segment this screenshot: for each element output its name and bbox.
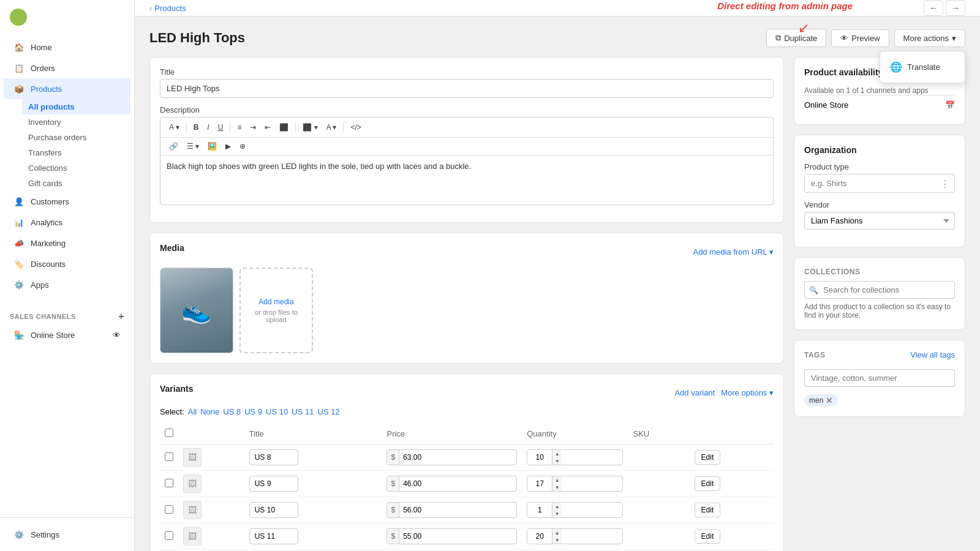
col-price: Price [382,424,522,444]
sidebar-item-settings[interactable]: ⚙️ Settings [4,524,130,545]
rte-outdent-btn[interactable]: ⇤ [261,121,274,133]
tags-input[interactable] [804,369,955,387]
rte-list-btn[interactable]: ☰ ▾ [183,140,203,152]
rte-link-btn[interactable]: 🔗 [165,140,182,152]
collections-search-input[interactable] [804,281,955,299]
select-us8[interactable]: US 8 [223,407,241,416]
breadcrumb-parent[interactable]: Products [154,4,186,13]
sidebar-item-marketing[interactable]: 📣 Marketing [4,233,130,253]
price-input-0[interactable] [399,450,436,465]
sidebar-sub-inventory[interactable]: Inventory [22,114,130,130]
price-input-3[interactable] [399,529,436,544]
sidebar-item-online-store[interactable]: 🏪 Online Store 👁 [4,324,130,345]
qty-input-0[interactable] [527,450,552,465]
select-all[interactable]: All [188,407,197,416]
rte-align-btn[interactable]: ⬛ ▾ [299,121,321,133]
qty-up-1[interactable]: ▲ [552,476,562,484]
rte-font-btn[interactable]: A ▾ [165,121,183,133]
price-input-2[interactable] [399,503,436,517]
sidebar-item-discounts[interactable]: 🏷️ Discounts [4,253,130,274]
variant-image-0[interactable]: 🖼 [183,448,202,467]
variant-image-2[interactable]: 🖼 [183,501,202,519]
qty-down-1[interactable]: ▼ [552,484,562,491]
variant-edit-button-1[interactable]: Edit [695,476,721,491]
rte-image-btn[interactable]: 🖼️ [204,140,221,152]
tag-remove-button[interactable]: ✕ [826,396,833,405]
sidebar-item-products[interactable]: 📦 Products [4,78,130,99]
rte-indent-btn[interactable]: ⇥ [246,121,260,133]
variant-edit-button-3[interactable]: Edit [695,529,721,544]
vendor-select[interactable]: Liam Fashions [804,212,955,230]
add-variant-button[interactable]: Add variant [674,388,715,397]
qty-down-2[interactable]: ▼ [552,510,562,517]
row-checkbox[interactable] [165,531,173,540]
sidebar-item-apps[interactable]: ⚙️ Apps [4,274,130,295]
variant-title-input-1[interactable] [249,476,298,492]
select-all-checkbox[interactable] [165,429,173,437]
rte-code-btn[interactable]: </> [347,121,364,133]
sidebar-sub-gift-cards[interactable]: Gift cards [22,176,130,191]
price-input-1[interactable] [399,476,436,491]
more-options-button[interactable]: More options ▾ [721,388,774,397]
select-us9[interactable]: US 9 [244,407,262,416]
qty-up-0[interactable]: ▲ [552,450,562,457]
variant-title-input-0[interactable] [249,449,298,465]
qty-input-3[interactable] [527,529,552,544]
variant-image-1[interactable]: 🖼 [183,474,202,493]
more-actions-button[interactable]: More actions ▾ [894,29,965,47]
select-none[interactable]: None [200,407,219,416]
sidebar-item-orders[interactable]: 📋 Orders [4,58,130,78]
description-group: Description A ▾ B I U ≡ ⇥ [160,105,774,205]
media-thumbnail[interactable]: 👟 [160,268,233,353]
variant-title-input-3[interactable] [249,528,298,544]
sidebar-sub-collections[interactable]: Collections [22,160,130,176]
qty-input-2[interactable] [527,503,552,517]
rte-color-btn[interactable]: A ▾ [323,121,341,133]
duplicate-button[interactable]: ⧉ Duplicate [766,29,826,47]
view-all-tags-link[interactable]: View all tags [910,350,955,359]
qty-up-2[interactable]: ▲ [552,503,562,510]
rte-body[interactable]: Black high top shoes with green LED ligh… [160,156,773,204]
col-sku: SKU [628,424,689,444]
analytics-icon: 📊 [13,217,24,228]
qty-down-3[interactable]: ▼ [552,536,562,544]
sidebar-item-customers[interactable]: 👤 Customers [4,191,130,212]
rte-bold-btn[interactable]: B [190,121,203,133]
store-eye-icon[interactable]: 👁 [113,331,121,340]
variant-title-input-2[interactable] [249,502,298,518]
variant-image-3[interactable]: 🖼 [183,527,202,545]
qty-up-3[interactable]: ▲ [552,529,562,536]
sidebar-item-home[interactable]: 🏠 Home [4,37,130,58]
product-type-input[interactable] [804,174,955,193]
preview-button[interactable]: 👁 Preview [831,29,889,47]
row-checkbox[interactable] [165,505,173,514]
translate-item[interactable]: 🌐 Translate [880,56,965,78]
nav-forward-button[interactable]: → [946,0,965,16]
select-us10[interactable]: US 10 [266,407,288,416]
rte-align-left-btn[interactable]: ≡ [233,121,245,133]
description-label: Description [160,105,774,114]
rte-italic-btn[interactable]: I [203,121,213,133]
rte-special-btn[interactable]: ⊕ [236,140,249,152]
rte-justify-btn[interactable]: ⬛ [276,121,292,133]
qty-down-0[interactable]: ▼ [552,457,562,465]
table-row: 🖼 $ ▲ ▼ Edit [160,471,774,497]
select-us11[interactable]: US 11 [292,407,314,416]
nav-back-button[interactable]: ← [924,0,943,16]
title-input[interactable] [160,79,774,98]
select-us12[interactable]: US 12 [317,407,339,416]
media-upload-zone[interactable]: Add media or drop files to upload [239,268,313,353]
sidebar-sub-purchase-orders[interactable]: Purchase orders [22,130,130,145]
sidebar-item-analytics[interactable]: 📊 Analytics [4,212,130,233]
variant-edit-button-2[interactable]: Edit [695,503,721,517]
rte-underline-btn[interactable]: U [214,121,227,133]
sidebar-sub-all-products[interactable]: All products [22,99,130,114]
rte-video-btn[interactable]: ▶ [222,140,235,152]
row-checkbox[interactable] [165,452,173,461]
sidebar-sub-transfers[interactable]: Transfers [22,145,130,160]
add-media-url-link[interactable]: Add media from URL ▾ [693,247,774,257]
add-channel-icon[interactable]: + [118,311,124,322]
qty-input-1[interactable] [527,476,552,491]
row-checkbox[interactable] [165,479,173,487]
variant-edit-button-0[interactable]: Edit [695,450,721,465]
